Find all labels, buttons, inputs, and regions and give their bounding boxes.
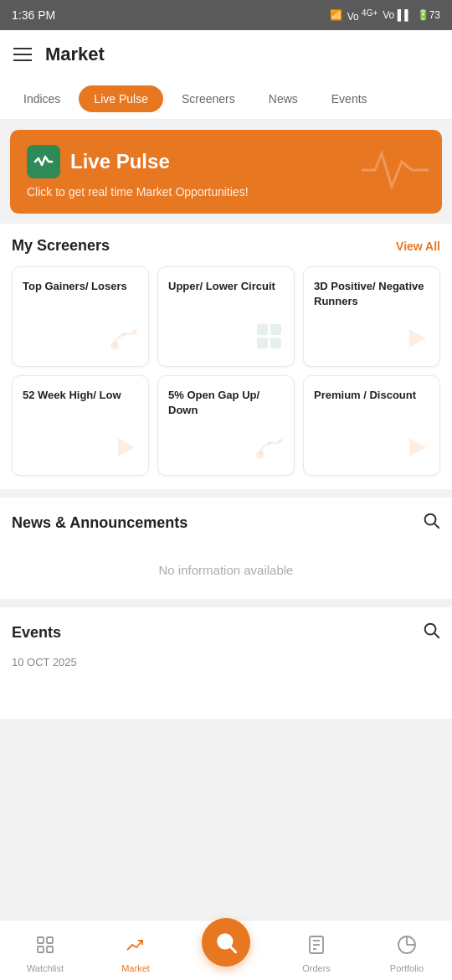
play-icon [404, 326, 429, 358]
news-section: News & Announcements No information avai… [0, 498, 452, 599]
screener-title: Top Gainers/ Losers [23, 279, 138, 294]
screener-card-upper-lower[interactable]: Upper/ Lower Circuit [157, 266, 295, 367]
nav-orders[interactable]: Orders [271, 935, 362, 973]
svg-point-10 [268, 441, 271, 445]
bottom-nav: Watchlist Market Orders [0, 920, 452, 980]
news-header: News & Announcements [12, 511, 440, 534]
signal-icon: Vo 4G+ [347, 8, 378, 23]
watchlist-label: Watchlist [27, 963, 64, 973]
svg-rect-20 [47, 946, 53, 952]
svg-line-14 [434, 524, 439, 528]
svg-rect-6 [270, 338, 281, 348]
svg-point-1 [122, 333, 126, 336]
signal-icon [110, 327, 138, 358]
news-title: News & Announcements [12, 514, 187, 532]
screeners-grid: Top Gainers/ Losers Upper/ Lower Circuit [12, 266, 440, 476]
events-section: Events 10 OCT 2025 [0, 607, 452, 719]
status-icons: 📶 Vo 4G+ Vo ▌▌ 🔋73 [330, 8, 440, 23]
screener-card-top-gainers[interactable]: Top Gainers/ Losers [12, 266, 149, 367]
tab-bar: Indices Live Pulse Screeners News Events [0, 79, 452, 120]
svg-rect-17 [38, 937, 44, 943]
screeners-title: My Screeners [12, 237, 110, 255]
bluetooth-icon: 📶 [330, 9, 342, 21]
portfolio-label: Portfolio [390, 963, 424, 973]
watchlist-icon [35, 935, 55, 960]
svg-rect-4 [270, 324, 281, 335]
svg-rect-19 [38, 946, 44, 952]
screener-title: Premium / Discount [314, 388, 429, 403]
screeners-header: My Screeners View All [12, 237, 440, 255]
nav-watchlist[interactable]: Watchlist [0, 935, 90, 973]
status-time: 1:36 PM [12, 8, 55, 22]
events-title: Events [12, 624, 61, 642]
screener-card-52week[interactable]: 52 Week High/ Low [12, 375, 149, 476]
svg-marker-12 [409, 438, 426, 456]
live-pulse-banner[interactable]: Live Pulse Click to get real time Market… [10, 130, 442, 214]
view-all-button[interactable]: View All [396, 240, 440, 253]
pulse-icon [27, 145, 60, 178]
svg-line-16 [434, 633, 439, 637]
market-icon [126, 935, 146, 960]
svg-marker-7 [409, 329, 426, 348]
screener-title: 3D Positive/ Negative Runners [314, 279, 429, 309]
tab-news[interactable]: News [254, 85, 313, 112]
orders-icon [306, 935, 326, 960]
no-info-text: No information available [12, 546, 440, 585]
svg-rect-5 [257, 338, 268, 348]
battery-icon: 🔋73 [417, 9, 440, 21]
orders-label: Orders [302, 963, 331, 973]
events-date: 10 OCT 2025 [12, 656, 440, 668]
tab-live-pulse[interactable]: Live Pulse [79, 85, 163, 112]
svg-point-2 [133, 330, 137, 334]
screener-title: 5% Open Gap Up/ Down [168, 388, 284, 418]
svg-point-11 [279, 439, 283, 443]
hamburger-menu[interactable] [13, 48, 32, 61]
screener-title: Upper/ Lower Circuit [168, 279, 284, 294]
screener-title: 52 Week High/ Low [23, 388, 138, 403]
portfolio-icon [397, 935, 417, 960]
play-icon [404, 435, 429, 467]
screener-card-premium-discount[interactable]: Premium / Discount [303, 375, 440, 476]
my-screeners-section: My Screeners View All Top Gainers/ Loser… [0, 224, 452, 489]
events-header: Events [12, 621, 440, 644]
nav-portfolio[interactable]: Portfolio [362, 935, 452, 973]
header: Market [0, 30, 452, 79]
market-label: Market [121, 963, 150, 973]
svg-rect-18 [47, 937, 53, 943]
page-title: Market [45, 44, 105, 65]
news-search-icon[interactable] [422, 511, 440, 534]
tab-events[interactable]: Events [316, 85, 383, 112]
play-icon [113, 435, 138, 467]
tab-indices[interactable]: Indices [8, 85, 75, 112]
signal-icon [255, 436, 284, 467]
screener-card-5pct-gap[interactable]: 5% Open Gap Up/ Down [157, 375, 295, 476]
svg-rect-3 [257, 324, 268, 335]
status-bar: 1:36 PM 📶 Vo 4G+ Vo ▌▌ 🔋73 [0, 0, 452, 30]
grid-icon [255, 322, 284, 358]
tab-screeners[interactable]: Screeners [167, 85, 250, 112]
nav-search-fab[interactable] [181, 918, 271, 973]
banner-bg-pulse [362, 145, 429, 199]
nav-market[interactable]: Market [90, 935, 181, 973]
svg-line-22 [230, 946, 235, 952]
svg-marker-8 [118, 438, 135, 456]
events-search-icon[interactable] [422, 621, 440, 644]
search-fab[interactable] [202, 918, 250, 967]
signal2-icon: Vo ▌▌ [383, 9, 411, 21]
screener-card-3d[interactable]: 3D Positive/ Negative Runners [303, 266, 440, 367]
banner-title: Live Pulse [70, 150, 170, 173]
